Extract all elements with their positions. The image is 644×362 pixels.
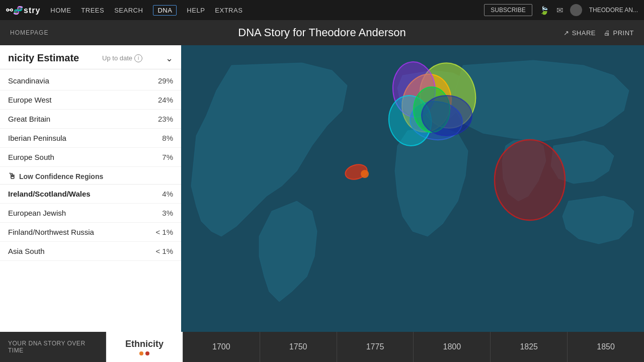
timeline-slot-1775[interactable]: 1775 xyxy=(337,332,414,362)
ethnicity-pct: 8% xyxy=(162,134,173,142)
list-item[interactable]: European Jewish 3% xyxy=(0,204,181,223)
timeline-slot-year: 1825 xyxy=(520,342,538,351)
list-item[interactable]: Scandinavia 29% xyxy=(0,71,181,90)
timeline-slot-year: 1775 xyxy=(366,342,384,351)
ethnicity-name: Asia South xyxy=(8,247,45,255)
ethnicity-pct: 24% xyxy=(158,96,173,104)
map-area xyxy=(181,45,644,332)
nav-extras[interactable]: EXTRAS xyxy=(215,7,243,14)
title-actions: ↗ SHARE 🖨 PRINT xyxy=(564,29,634,37)
list-item[interactable]: Europe South 7% xyxy=(0,148,181,167)
top-navigation: ⚯🧬stry HOME TREES SEARCH DNA HELP EXTRAS… xyxy=(0,0,644,20)
nav-dna[interactable]: DNA xyxy=(153,5,177,16)
list-item[interactable]: Europe West 24% xyxy=(0,90,181,110)
ethnicity-name: European Jewish xyxy=(8,209,66,217)
subscribe-button[interactable]: SUBSCRIBE xyxy=(484,4,532,16)
main-content: nicity Estimate Up to date i ⌄ Scandinav… xyxy=(0,45,644,332)
avatar[interactable] xyxy=(570,4,582,16)
sidebar-title: nicity Estimate xyxy=(8,52,79,64)
ethnicity-name: Europe West xyxy=(8,96,51,104)
timeline-slot-year: 1700 xyxy=(212,342,230,351)
breadcrumb[interactable]: HOMEPAGE xyxy=(10,29,48,36)
timeline: Your DNA story over time Ethnicity 1700 … xyxy=(0,332,644,362)
finland-russia-region xyxy=(422,96,472,136)
ethnicity-pct: 7% xyxy=(162,153,173,161)
ethnicity-name: Great Britain xyxy=(8,115,50,123)
ethnicity-pct: 3% xyxy=(162,209,173,217)
nav-trees[interactable]: TREES xyxy=(81,7,104,14)
nav-home[interactable]: HOME xyxy=(50,7,71,14)
list-item[interactable]: Great Britain 23% xyxy=(0,110,181,129)
user-name: THEODORE AN... xyxy=(589,7,638,14)
ethnicity-pct: 4% xyxy=(162,190,173,198)
sidebar-date: Up to date i xyxy=(102,54,142,62)
americas-dot xyxy=(361,170,369,178)
timeline-slot-year: 1750 xyxy=(289,342,307,351)
timeline-slot-1825[interactable]: 1825 xyxy=(490,332,567,362)
ethnicity-name: Iberian Peninsula xyxy=(8,134,66,142)
low-confidence-header: 🖱 Low Confidence Regions xyxy=(0,167,181,185)
ethnicity-pct: < 1% xyxy=(155,247,173,255)
share-label: SHARE xyxy=(572,29,596,37)
dot-red xyxy=(145,351,149,355)
chevron-down-icon[interactable]: ⌄ xyxy=(166,53,173,64)
dot-orange xyxy=(139,351,143,355)
title-bar: HOMEPAGE DNA Story for Theodore Anderson… xyxy=(0,20,644,45)
ethnicity-name: Finland/Northwest Russia xyxy=(8,228,94,236)
ethnicity-pct: 29% xyxy=(158,76,173,85)
timeline-slot-year: Ethnicity xyxy=(125,339,164,349)
page-title: DNA Story for Theodore Anderson xyxy=(238,26,406,39)
leaf-icon[interactable]: 🍃 xyxy=(539,6,549,15)
ethnicity-name: Europe South xyxy=(8,153,54,161)
nav-search[interactable]: SEARCH xyxy=(114,7,143,14)
site-logo: ⚯🧬stry xyxy=(6,6,40,15)
asia-south-region xyxy=(495,140,565,220)
ethnicity-pct: < 1% xyxy=(155,228,173,236)
ethnicity-name: Ireland/Scotland/Wales xyxy=(8,190,91,198)
timeline-dots xyxy=(139,351,149,355)
nav-right-section: SUBSCRIBE 🍃 ✉ THEODORE AN... xyxy=(484,4,638,16)
timeline-slot-year: 1850 xyxy=(597,342,615,351)
print-label: PRINT xyxy=(613,29,634,37)
nav-help[interactable]: HELP xyxy=(187,7,205,14)
ethnicity-pct: 23% xyxy=(158,115,173,123)
list-item[interactable]: Asia South < 1% xyxy=(0,242,181,261)
cursor-icon: 🖱 xyxy=(8,172,16,181)
share-button[interactable]: ↗ SHARE xyxy=(564,29,596,37)
list-item[interactable]: Iberian Peninsula 8% xyxy=(0,129,181,148)
sidebar-header: nicity Estimate Up to date i ⌄ xyxy=(0,45,181,69)
print-icon: 🖨 xyxy=(604,29,611,37)
timeline-slot-1850[interactable]: 1850 xyxy=(567,332,644,362)
timeline-label: Your DNA story over time xyxy=(0,332,106,362)
timeline-slot-ethnicity[interactable]: Ethnicity xyxy=(106,332,183,362)
timeline-slot-1700[interactable]: 1700 xyxy=(183,332,260,362)
info-icon[interactable]: i xyxy=(134,54,142,62)
list-item[interactable]: Ireland/Scotland/Wales 4% xyxy=(0,185,181,204)
timeline-label-text: Your DNA story over time xyxy=(8,340,98,354)
world-map xyxy=(181,45,644,332)
sidebar: nicity Estimate Up to date i ⌄ Scandinav… xyxy=(0,45,181,332)
print-button[interactable]: 🖨 PRINT xyxy=(604,29,634,37)
timeline-slot-year: 1800 xyxy=(443,342,461,351)
low-confidence-label: Low Confidence Regions xyxy=(19,172,103,180)
list-item[interactable]: Finland/Northwest Russia < 1% xyxy=(0,223,181,242)
share-icon: ↗ xyxy=(564,29,570,37)
ethnicity-name: Scandinavia xyxy=(8,76,49,85)
mail-icon[interactable]: ✉ xyxy=(556,6,563,15)
timeline-slot-1750[interactable]: 1750 xyxy=(260,332,337,362)
timeline-slot-1800[interactable]: 1800 xyxy=(413,332,490,362)
ethnicity-list: Scandinavia 29% Europe West 24% Great Br… xyxy=(0,69,181,263)
